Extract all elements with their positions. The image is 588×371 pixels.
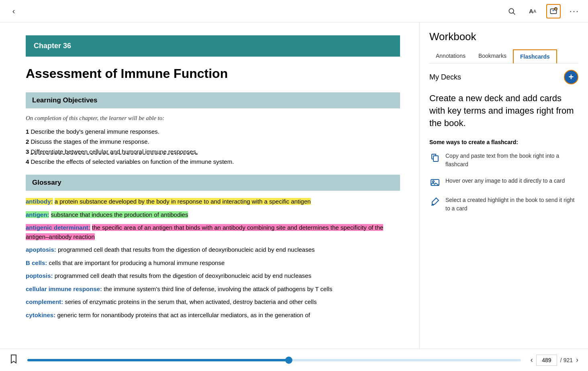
bookmark-button[interactable] [10, 354, 18, 366]
glossary-definition: generic term for nonantibody proteins th… [57, 312, 310, 318]
highlight-icon [429, 196, 441, 207]
glossary-term: complement: [26, 298, 63, 305]
workbook-tabs: Annotations Bookmarks Flashcards [429, 49, 578, 63]
list-item: 2 Discuss the stages of the immune respo… [26, 138, 400, 145]
add-deck-button[interactable]: + [564, 70, 578, 84]
bottom-bar: ‹ / 921 › [0, 349, 588, 371]
glossary-definition: cells that are important for producing a… [49, 259, 225, 266]
prev-page-button[interactable]: ‹ [531, 356, 533, 364]
glossary-term: antigen: [26, 211, 49, 218]
glossary-definition: series of enzymatic proteins in the seru… [65, 298, 317, 305]
tab-flashcards[interactable]: Flashcards [513, 49, 557, 63]
chapter-title: Assessment of Immune Function [26, 66, 400, 81]
svg-point-0 [509, 8, 514, 13]
glossary-item: complement: series of enzymatic proteins… [26, 298, 400, 307]
list-item: 4 Describe the effects of selected varia… [26, 158, 400, 165]
toolbar: ‹ AA ··· [0, 0, 588, 22]
image-icon [429, 177, 441, 188]
way-highlight-text: Select a created highlight in the book t… [445, 196, 578, 213]
my-decks-header: My Decks + [429, 70, 578, 84]
main-content: Chapter 36 Assessment of Immune Function… [0, 22, 588, 349]
tab-bookmarks[interactable]: Bookmarks [472, 49, 513, 63]
svg-line-1 [513, 12, 515, 14]
glossary-term: poptosis: [26, 272, 53, 279]
glossary-term: B cells: [26, 259, 47, 266]
glossary-term: cellular immune response: [26, 285, 102, 292]
glossary-term: apoptosis: [26, 246, 56, 253]
workbook-title: Workbook [429, 31, 578, 43]
way-image-text: Hover over any image to add it directly … [445, 177, 565, 185]
glossary-definition: programmed cell death that results from … [55, 272, 312, 279]
glossary-item: antigenic determinant: the specific area… [26, 223, 400, 241]
flashcard-toggle-button[interactable] [546, 4, 561, 18]
list-item: 3 Differentiate between cellular and hum… [26, 148, 400, 155]
total-pages: / 921 [560, 357, 573, 363]
glossary-term: antigenic determinant: [26, 224, 90, 231]
glossary-item: B cells: cells that are important for pr… [26, 259, 400, 268]
page-nav: ‹ / 921 › [531, 355, 578, 366]
next-page-button[interactable]: › [576, 356, 578, 364]
my-decks-label: My Decks [429, 73, 461, 82]
tab-annotations[interactable]: Annotations [429, 49, 472, 63]
workbook-body: My Decks + Create a new deck and add car… [420, 63, 588, 349]
glossary-item: poptosis: programmed cell death that res… [26, 271, 400, 281]
way-item-highlight: Select a created highlight in the book t… [429, 196, 578, 213]
back-button[interactable]: ‹ [6, 4, 21, 18]
progress-bar-fill [27, 359, 289, 361]
glossary-definition: a protein substance developed by the bod… [55, 198, 311, 205]
ways-label: Some ways to create a flashcard: [429, 139, 578, 145]
current-page-input[interactable] [536, 355, 557, 366]
create-deck-message: Create a new deck and add cards with key… [429, 92, 578, 129]
progress-dot [285, 357, 292, 364]
toolbar-right: AA ··· [504, 4, 582, 18]
way-copy-text: Copy and paste text from the book right … [445, 152, 578, 169]
glossary-item: antigen: substance that induces the prod… [26, 210, 400, 220]
workbook-header: Workbook Annotations Bookmarks Flashcard… [420, 22, 588, 63]
svg-point-8 [433, 181, 434, 182]
glossary-item: apoptosis: programmed cell death that re… [26, 245, 400, 255]
glossary-term: antibody: [26, 198, 53, 205]
way-item-copy: Copy and paste text from the book right … [429, 152, 578, 169]
glossary-header: Glossary [26, 175, 400, 191]
font-size-button[interactable]: AA [525, 4, 540, 18]
workbook-panel: Workbook Annotations Bookmarks Flashcard… [419, 22, 588, 349]
list-item: 1 Describe the body's general immune res… [26, 128, 400, 135]
chapter-header: Chapter 36 [26, 35, 400, 57]
glossary-item: antibody: a protein substance developed … [26, 197, 400, 206]
learning-objectives-intro: On completion of this chapter, the learn… [26, 115, 400, 122]
more-options-button[interactable]: ··· [567, 4, 582, 18]
glossary-definition: the immune system's third line of defens… [104, 285, 332, 292]
glossary-section: antibody: a protein substance developed … [26, 197, 400, 320]
book-area: Chapter 36 Assessment of Immune Function… [0, 22, 419, 349]
glossary-definition: substance that induces the production of… [51, 211, 188, 218]
glossary-item: cytokines: generic term for nonantibody … [26, 311, 400, 320]
progress-bar-container[interactable] [27, 359, 521, 361]
learning-objectives-list: 1 Describe the body's general immune res… [26, 128, 400, 165]
svg-rect-4 [433, 156, 438, 161]
copy-icon [429, 152, 441, 163]
glossary-term: cytokines: [26, 312, 55, 318]
learning-objectives-header: Learning Objectives [26, 92, 400, 108]
way-item-image: Hover over any image to add it directly … [429, 177, 578, 188]
glossary-definition: programmed cell death that results from … [58, 246, 315, 253]
search-button[interactable] [504, 4, 519, 18]
toolbar-left: ‹ [6, 4, 21, 18]
glossary-item: cellular immune response: the immune sys… [26, 285, 400, 294]
